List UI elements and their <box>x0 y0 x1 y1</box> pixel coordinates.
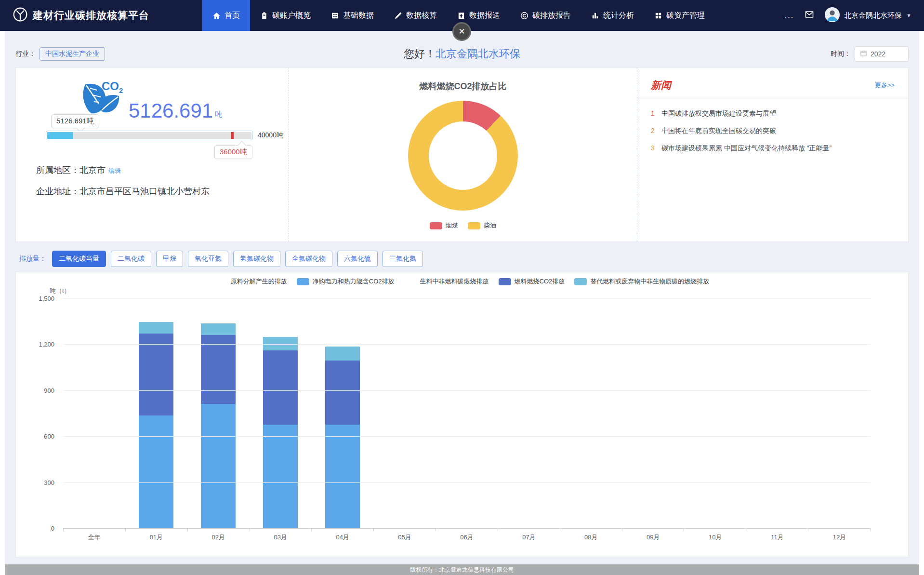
home-icon <box>212 12 221 20</box>
x-axis-tick <box>188 529 250 531</box>
fuel-pie-section: 燃料燃烧CO2排放占比 烟煤柴油 <box>289 68 637 241</box>
news-header: 新闻 更多>> <box>637 68 908 98</box>
region-value: 北京市 <box>79 165 106 175</box>
x-axis-tick <box>436 529 498 531</box>
x-axis-label: 02月 <box>187 533 250 542</box>
nav-more-ellipsis[interactable]: ... <box>785 11 794 20</box>
quota-max-label: 40000吨 <box>258 131 283 140</box>
bar-legend-item[interactable]: 原料分解产生的排放 <box>215 277 287 286</box>
tab-n2o[interactable]: 氧化亚氮 <box>188 251 228 267</box>
nav-item-carbon-asset-management[interactable]: 碳资产管理 <box>644 0 715 31</box>
tab-sf6[interactable]: 六氟化硫 <box>337 251 378 267</box>
quota-progress-row: 40000吨 <box>46 131 283 140</box>
y-axis-tick-label: 600 <box>44 433 54 440</box>
legend-marker <box>574 278 587 285</box>
bar-legend-item[interactable]: 燃料燃烧CO2排放 <box>499 277 565 286</box>
legend-label: 柴油 <box>484 221 496 230</box>
tab-pfcs[interactable]: 全氟碳化物 <box>285 251 332 267</box>
x-axis-label: 07月 <box>498 533 560 542</box>
x-axis-label: 12月 <box>808 533 871 542</box>
tab-hfcs[interactable]: 氢氟碳化物 <box>233 251 280 267</box>
greeting-company-link[interactable]: 北京金隅北水环保 <box>436 48 520 60</box>
bar-legend-item[interactable]: 生料中非燃料碳煅烧排放 <box>404 277 489 286</box>
x-axis-label: 11月 <box>746 533 808 542</box>
year-picker[interactable]: 2022 <box>855 46 909 62</box>
gridline <box>63 482 871 483</box>
news-item-text: 中国将在年底前实现全国碳交易的突破 <box>661 127 776 135</box>
bar-segment <box>201 323 236 335</box>
footer: 版权所有：北京雪迪龙信息科技有限公司 <box>5 564 919 575</box>
x-axis-ticks <box>63 528 871 531</box>
quota-progress-fill <box>47 132 73 139</box>
legend-label: 生料中非燃料碳煅烧排放 <box>420 277 489 286</box>
copyright-icon <box>520 12 528 20</box>
x-axis-label: 05月 <box>374 533 436 542</box>
svg-text:CO: CO <box>102 80 119 93</box>
co2-total-unit: 吨 <box>215 110 222 121</box>
threshold-tooltip-text: 36000吨 <box>220 147 247 156</box>
bar-segment <box>139 415 173 528</box>
x-axis-tick <box>746 529 808 531</box>
y-axis-labels: 03006009001,2001,500 <box>29 298 59 528</box>
emission-total-section: CO2 5126.691 吨 5126.691吨 40000吨 36000吨 <box>16 68 289 241</box>
legend-label: 净购电力和热力隐含CO2排放 <box>313 277 395 286</box>
stats-icon <box>591 12 599 20</box>
nav-item-base-data[interactable]: 基础数据 <box>321 0 384 31</box>
address-line: 企业地址：北京市昌平区马池口镇北小营村东 <box>36 186 210 197</box>
calendar-icon <box>860 50 867 58</box>
bar-category-cell <box>436 298 498 528</box>
bar-legend-item[interactable]: 替代燃料或废弃物中非生物质碳的燃烧排放 <box>574 277 709 286</box>
y-axis-tick-label: 1,500 <box>39 295 54 302</box>
tab-co2[interactable]: 二氧化碳 <box>111 251 151 267</box>
bar-stack <box>263 337 298 528</box>
y-axis-tick-label: 300 <box>44 479 54 486</box>
industry-group: 行业： 中国水泥生产企业 <box>15 47 404 61</box>
address-label: 企业地址： <box>36 187 79 196</box>
tab-co2e[interactable]: 二氧化碳当量 <box>52 251 106 267</box>
bar-segment <box>139 322 173 334</box>
brand: 建材行业碳排放核算平台 <box>0 0 202 31</box>
nav-item-home[interactable]: 首页 <box>202 0 250 31</box>
legend-label: 燃料燃烧CO2排放 <box>515 277 565 286</box>
logo-icon <box>13 7 28 24</box>
mail-icon[interactable] <box>805 10 814 21</box>
pie-legend-item[interactable]: 烟煤 <box>430 221 458 230</box>
gridline <box>63 390 871 391</box>
bar-cells <box>63 298 871 528</box>
news-item-index: 1 <box>651 109 656 118</box>
user-menu[interactable]: 北京金隅北水环保 ▼ <box>825 7 911 24</box>
bar-legend-item[interactable]: 净购电力和热力隐含CO2排放 <box>297 277 395 286</box>
nav-item-carbon-account-overview[interactable]: 碳账户概览 <box>250 0 321 31</box>
address-value: 北京市昌平区马池口镇北小营村东 <box>79 187 210 196</box>
emission-chart-panel: 原料分解产生的排放净购电力和热力隐含CO2排放生料中非燃料碳煅烧排放燃料燃烧CO… <box>15 272 909 557</box>
news-item[interactable]: 3碳市场建设硕果累累 中国应对气候变化持续释放 “正能量” <box>651 140 895 157</box>
legend-marker <box>297 278 309 285</box>
current-emission-tooltip-text: 5126.691吨 <box>56 117 94 125</box>
pie-legend-item[interactable]: 柴油 <box>468 221 496 230</box>
quota-threshold-marker <box>231 132 234 139</box>
summary-panel: CO2 5126.691 吨 5126.691吨 40000吨 36000吨 <box>15 67 909 242</box>
industry-tag[interactable]: 中国水泥生产企业 <box>40 47 105 61</box>
nav-item-data-accounting[interactable]: 数据核算 <box>384 0 447 31</box>
y-axis-tick-label: 900 <box>44 387 54 394</box>
nav-item-carbon-emission-report[interactable]: 碳排放报告 <box>510 0 581 31</box>
page-body: 行业： 中国水泥生产企业 您好！北京金隅北水环保 时间： 2022 CO2 51… <box>5 31 919 575</box>
nav-item-label: 数据报送 <box>469 11 500 21</box>
edit-region-link[interactable]: 编辑 <box>108 167 121 174</box>
time-label: 时间： <box>831 50 851 58</box>
bar-segment <box>263 350 298 425</box>
gridline <box>63 344 871 345</box>
nav-item-statistics-analysis[interactable]: 统计分析 <box>581 0 644 31</box>
bar-category-cell <box>250 298 312 528</box>
x-axis-tick <box>250 529 312 531</box>
tab-ch4[interactable]: 甲烷 <box>156 251 183 267</box>
news-more-link[interactable]: 更多>> <box>875 81 895 90</box>
bar-stack <box>139 322 173 528</box>
news-item[interactable]: 1中国碳排放权交易市场建设要素与展望 <box>651 105 895 122</box>
close-button[interactable]: ✕ <box>452 22 471 41</box>
tab-nf3[interactable]: 三氟化氮 <box>383 251 423 267</box>
quota-progress-track <box>47 132 251 139</box>
news-item[interactable]: 2中国将在年底前实现全国碳交易的突破 <box>651 122 895 140</box>
legend-label: 替代燃料或废弃物中非生物质碳的燃烧排放 <box>590 277 709 286</box>
svg-text:2: 2 <box>119 86 123 94</box>
